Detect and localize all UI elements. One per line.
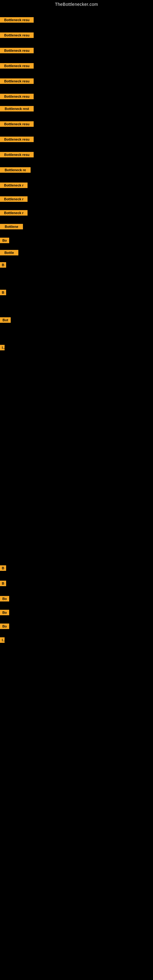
bottleneck-result-button[interactable]: Bottleneck resu	[0, 152, 33, 158]
bottleneck-result-button[interactable]: Bottleneck rest	[0, 106, 33, 111]
bottleneck-result-button[interactable]: B	[0, 262, 6, 268]
bottleneck-result-button[interactable]: Bottleneck resu	[0, 17, 33, 23]
bottleneck-result-button[interactable]: Bot	[0, 317, 11, 323]
bottleneck-result-button[interactable]: Bottleneck resu	[0, 63, 33, 68]
bottleneck-result-button[interactable]: B	[0, 565, 6, 571]
site-title: TheBottlenecker.com	[0, 0, 153, 8]
bottleneck-result-button[interactable]: Bottleneck r	[0, 210, 27, 216]
bottleneck-result-button[interactable]: Bottleneck r	[0, 196, 27, 202]
bottleneck-result-button[interactable]: Bottleneck resu	[0, 137, 33, 142]
bottleneck-result-button[interactable]: I	[0, 637, 5, 643]
bottleneck-result-button[interactable]: B	[0, 581, 6, 586]
bottleneck-result-button[interactable]: Bottleneck re	[0, 167, 30, 173]
bottleneck-result-button[interactable]: Bo	[0, 610, 9, 615]
bottleneck-result-button[interactable]: Bo	[0, 624, 9, 629]
bottleneck-result-button[interactable]: Bottlene	[0, 224, 23, 229]
bottleneck-result-button[interactable]: I	[0, 345, 5, 350]
bottleneck-result-button[interactable]: Bottleneck r	[0, 183, 27, 188]
bottleneck-result-button[interactable]: Bottleneck resu	[0, 48, 33, 53]
bottleneck-result-button[interactable]: Bottle	[0, 250, 18, 255]
bottleneck-result-button[interactable]: Bottleneck resu	[0, 94, 33, 99]
bottleneck-result-button[interactable]: Bottleneck resu	[0, 78, 33, 84]
bottleneck-result-button[interactable]: Bo	[0, 596, 9, 601]
bottleneck-result-button[interactable]: B	[0, 290, 6, 295]
bottleneck-result-button[interactable]: Bo	[0, 238, 9, 243]
bottleneck-result-button[interactable]: Bottleneck resu	[0, 121, 33, 127]
bottleneck-result-button[interactable]: Bottleneck resu	[0, 32, 33, 38]
